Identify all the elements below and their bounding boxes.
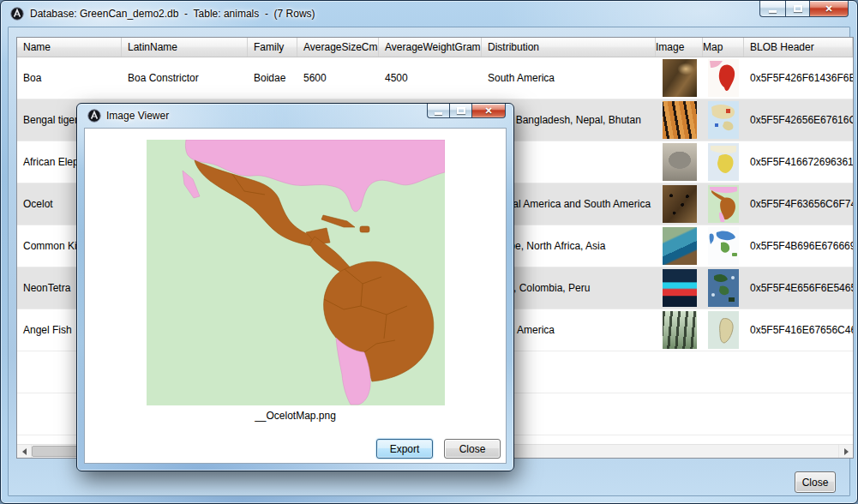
column-header-latinname[interactable]: LatinName bbox=[122, 38, 248, 57]
cell-family: Boidae bbox=[248, 57, 297, 99]
column-header-averagesizecm[interactable]: AverageSizeCm bbox=[297, 38, 379, 57]
dialog-minimize-button[interactable] bbox=[427, 104, 449, 118]
cell-image bbox=[656, 183, 703, 225]
cell-map bbox=[703, 57, 744, 99]
close-icon: ✕ bbox=[825, 4, 832, 14]
close-button-label: Close bbox=[802, 477, 829, 489]
angelfish-photo-thumbnail[interactable] bbox=[663, 311, 697, 349]
column-header-family[interactable]: Family bbox=[248, 38, 297, 57]
window-title: Database: GreenCan_demo2.db - Table: ani… bbox=[30, 8, 315, 20]
dialog-titlebar[interactable]: Image Viewer ✕ bbox=[77, 104, 513, 128]
cell-blob-header: 0x5F5F426F61436F6E73 bbox=[744, 57, 853, 99]
neontetra-photo-thumbnail[interactable] bbox=[663, 269, 697, 307]
column-header-image[interactable]: Image bbox=[656, 38, 703, 57]
maximize-button[interactable] bbox=[785, 1, 809, 17]
cell-blob-header: 0x5F5F416E67656C4669 bbox=[744, 309, 853, 351]
dialog-close-window-button[interactable]: ✕ bbox=[471, 104, 506, 118]
cell-image bbox=[656, 267, 703, 309]
export-button[interactable]: Export bbox=[376, 439, 433, 459]
maximize-icon bbox=[457, 107, 465, 114]
elephant-photo-thumbnail[interactable] bbox=[663, 143, 697, 181]
kingfisher-photo-thumbnail[interactable] bbox=[663, 227, 697, 265]
tiger-map-thumbnail[interactable] bbox=[708, 101, 739, 139]
dialog-client-area: __OcelotMap.png Export Close bbox=[84, 128, 507, 464]
ocelot-map-thumbnail[interactable] bbox=[708, 185, 739, 223]
dialog-caption-buttons: ✕ bbox=[427, 104, 506, 118]
cell-map bbox=[703, 141, 744, 183]
dialog-app-icon bbox=[87, 109, 101, 123]
angelfish-map-thumbnail[interactable] bbox=[708, 311, 739, 349]
table-row[interactable]: Boa Boa Constrictor Boidae 5600 4500 Sou… bbox=[17, 57, 853, 99]
cell-average-size: 5600 bbox=[297, 57, 379, 99]
image-viewer-dialog: Image Viewer ✕ bbox=[76, 103, 514, 471]
minimize-icon bbox=[435, 112, 442, 115]
cell-image bbox=[656, 57, 703, 99]
scroll-right-icon bbox=[844, 448, 849, 455]
cell-image bbox=[656, 99, 703, 141]
close-button[interactable]: Close bbox=[795, 471, 836, 493]
column-header-map[interactable]: Map bbox=[703, 38, 744, 57]
minimize-icon bbox=[769, 10, 777, 13]
close-icon: ✕ bbox=[484, 106, 492, 116]
cell-blob-header: 0x5F5F4166726963616E bbox=[744, 141, 853, 183]
scroll-right-button[interactable] bbox=[838, 445, 853, 458]
cell-map bbox=[703, 183, 744, 225]
app-logo-icon bbox=[10, 7, 24, 21]
neontetra-map-thumbnail[interactable] bbox=[708, 269, 739, 307]
boa-photo-thumbnail[interactable] bbox=[663, 59, 697, 97]
cell-blob-header: 0x5F5F42656E67616C54 bbox=[744, 99, 853, 141]
dialog-close-button[interactable]: Close bbox=[444, 439, 501, 459]
cell-latin-name: Boa Constrictor bbox=[122, 57, 248, 99]
caption-buttons: ✕ bbox=[759, 1, 849, 17]
ocelot-range-map-image bbox=[147, 140, 445, 405]
cell-image bbox=[656, 309, 703, 351]
dialog-maximize-button[interactable] bbox=[449, 104, 471, 118]
main-window: Database: GreenCan_demo2.db - Table: ani… bbox=[0, 0, 858, 504]
export-button-label: Export bbox=[390, 443, 420, 455]
scroll-left-button[interactable] bbox=[17, 445, 32, 458]
dialog-close-button-label: Close bbox=[459, 443, 486, 455]
cell-map bbox=[703, 309, 744, 351]
image-filename-caption: __OcelotMap.png bbox=[85, 410, 506, 422]
tiger-photo-thumbnail[interactable] bbox=[663, 101, 697, 139]
grid-header: Name LatinName Family AverageSizeCm Aver… bbox=[17, 38, 853, 57]
cell-average-weight: 4500 bbox=[379, 57, 482, 99]
cell-image bbox=[656, 141, 703, 183]
cell-image bbox=[656, 225, 703, 267]
close-window-button[interactable]: ✕ bbox=[809, 1, 849, 17]
dialog-buttons: Export Close bbox=[376, 439, 501, 459]
column-header-distribution[interactable]: Distribution bbox=[482, 38, 656, 57]
minimize-button[interactable] bbox=[759, 1, 785, 17]
column-header-name[interactable]: Name bbox=[17, 38, 122, 57]
scroll-left-icon bbox=[22, 448, 27, 455]
cell-map bbox=[703, 225, 744, 267]
cell-blob-header: 0x5F5F4E656F6E546574 bbox=[744, 267, 853, 309]
column-header-blob-header[interactable]: BLOB Header bbox=[744, 38, 853, 57]
boa-map-thumbnail[interactable] bbox=[708, 59, 739, 97]
maximize-icon bbox=[794, 5, 802, 12]
dialog-title: Image Viewer bbox=[106, 110, 169, 122]
cell-map bbox=[703, 99, 744, 141]
ocelot-photo-thumbnail[interactable] bbox=[663, 185, 697, 223]
cell-distribution: South America bbox=[482, 57, 656, 99]
kingfisher-map-thumbnail[interactable] bbox=[708, 227, 739, 265]
elephant-map-thumbnail[interactable] bbox=[708, 143, 739, 181]
main-titlebar[interactable]: Database: GreenCan_demo2.db - Table: ani… bbox=[1, 1, 857, 27]
cell-name: Boa bbox=[17, 57, 122, 99]
cell-blob-header: 0x5F5F4B696E67666973 bbox=[744, 225, 853, 267]
cell-blob-header: 0x5F5F4F63656C6F744D bbox=[744, 183, 853, 225]
cell-map bbox=[703, 267, 744, 309]
column-header-averageweightgram[interactable]: AverageWeightGram bbox=[379, 38, 482, 57]
